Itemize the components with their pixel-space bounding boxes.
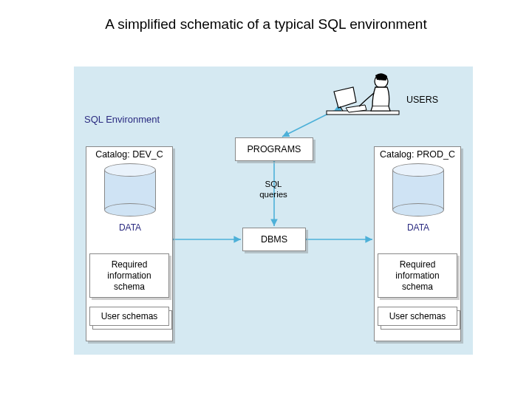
users-label: USERS [406, 95, 438, 105]
catalog-prod-info-schema: Required information schema [378, 253, 457, 298]
user-at-computer-icon [324, 69, 405, 129]
database-cylinder-icon [392, 163, 444, 216]
svg-rect-4 [327, 111, 399, 115]
environment-label: SQL Environment [84, 114, 160, 125]
database-cylinder-icon [104, 163, 156, 216]
sql-environment-container: SQL Environment USERS PROGRAMS SQL queri… [74, 66, 473, 355]
catalog-dev: Catalog: DEV_C DATA Required information… [86, 146, 173, 341]
user-schemas-label: User schemas [378, 307, 457, 326]
catalog-dev-data-label: DATA [86, 222, 174, 233]
catalog-prod-title: Catalog: PROD_C [375, 147, 460, 160]
programs-node: PROGRAMS [235, 137, 313, 161]
catalog-prod-data-label: DATA [375, 222, 462, 233]
sql-queries-label: SQL queries [254, 180, 293, 200]
catalog-prod-user-schemas: User schemas [378, 307, 457, 329]
dbms-node: DBMS [242, 228, 306, 251]
catalog-dev-user-schemas: User schemas [89, 307, 169, 329]
page-title: A simplified schematic of a typical SQL … [0, 16, 532, 33]
user-schemas-label: User schemas [89, 307, 169, 326]
catalog-prod: Catalog: PROD_C DATA Required informatio… [374, 146, 461, 341]
catalog-dev-title: Catalog: DEV_C [86, 147, 172, 160]
catalog-dev-info-schema: Required information schema [89, 253, 169, 298]
